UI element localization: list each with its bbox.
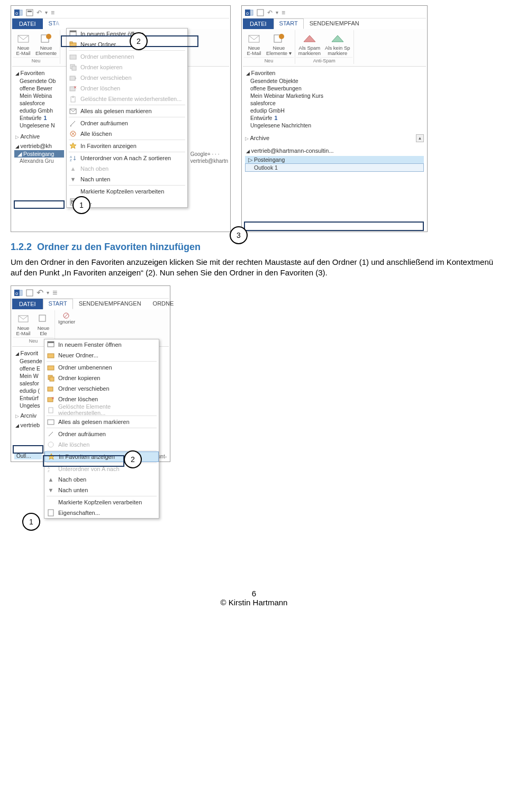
ctx-move-down[interactable]: ▼Nach unten [67, 174, 187, 184]
ctx-move[interactable]: Ordner verschieben [44, 383, 159, 394]
account-header[interactable]: vertrieb@khartmann-consultin... [246, 147, 424, 154]
sidebar-item[interactable]: offene E [14, 365, 42, 372]
sidebar-item[interactable]: edudip ( [14, 387, 42, 394]
sidebar-item[interactable]: Mein Webina [14, 92, 64, 99]
tab-start[interactable]: STA [43, 19, 66, 29]
sidebar-item[interactable]: Entwürfe1 [14, 114, 64, 122]
outlook1-selected[interactable]: Outl… [14, 453, 42, 459]
svg-rect-11 [70, 42, 72, 43]
ribbon-tabs-bottom: DATEI START SENDEN/EMPFANGEN ORDNE [12, 299, 169, 309]
posteingang-selected[interactable]: ▷ Posteingang [245, 156, 424, 163]
sidebar-item[interactable]: offene Bewer [14, 85, 64, 92]
sidebar-item[interactable]: Gesendete Ob [14, 77, 64, 85]
archive-header[interactable]: Archive [15, 133, 64, 140]
ctx-move-up[interactable]: ▲Nach oben [44, 474, 159, 485]
sidebar-item[interactable]: Entwürfe1 [245, 114, 424, 122]
svg-point-59 [48, 442, 53, 447]
ctx-process-headers[interactable]: Markierte Kopfzeilen verarbeiten [67, 186, 187, 197]
sidebar-item[interactable]: Gesende [14, 357, 42, 365]
ctx-show-in-favorites[interactable]: In Favoriten anzeigen [67, 141, 187, 151]
sidebar-item[interactable]: Alexandra Gru [14, 158, 64, 164]
ctx-mark-all-read[interactable]: Alles als gelesen markieren [44, 417, 159, 427]
ribbon-new-email[interactable]: Neue E-Mail [244, 31, 264, 57]
ctx-properties[interactable]: Eigenschaften... [44, 508, 159, 518]
dropdown-icon: ▾ [47, 290, 49, 296]
tab-ordner[interactable]: ORDNE [147, 299, 180, 309]
outlook-icon: o [245, 8, 253, 17]
favorites-header[interactable]: Favoriten [246, 70, 424, 76]
ctx-process-headers[interactable]: Markierte Kopfzeilen verarbeiten [44, 497, 159, 508]
context-menu-bottom[interactable]: In neuem Fenster öffnen Neuer Ordner... … [44, 339, 159, 519]
svg-rect-44 [39, 315, 46, 321]
ribbon-new-items[interactable]: Neue Ele [33, 311, 53, 337]
ctx-open-new-window[interactable]: In neuem Fenster öffnen [44, 339, 159, 350]
favorites-header[interactable]: Favorit [15, 350, 42, 356]
tab-senden[interactable]: SENDEN/EMPFANGEN [73, 299, 147, 309]
tab-datei[interactable]: DATEI [243, 19, 274, 29]
titlebar-bottom: o ↶ ▾ ≡ [12, 287, 169, 299]
archive-header[interactable]: Arcniv [15, 412, 42, 419]
tab-datei[interactable]: DATEI [12, 19, 43, 29]
sidebar-item[interactable]: edudip GmbH [245, 107, 424, 114]
highlight-outlook1 [244, 222, 424, 231]
ctx-clean-up[interactable]: Ordner aufräumen [67, 118, 187, 128]
archive-header[interactable]: Archive [245, 135, 269, 141]
svg-rect-9 [70, 31, 76, 32]
ctx-sort-az: AZUnterordner von A nach [44, 464, 159, 474]
section-number: 1.2.2 [11, 242, 32, 253]
sidebar-item[interactable]: salesfor [14, 380, 42, 387]
ctx-sort-az[interactable]: AZUnterordner von A nach Z sortieren [67, 153, 187, 163]
qat-separator: ≡ [52, 288, 57, 298]
ctx-delete-folder[interactable]: Ordner löschen [44, 394, 159, 404]
sidebar-item[interactable]: salesforce [245, 99, 424, 107]
sidebar-item[interactable]: Ungeles [14, 402, 42, 409]
scroll-up-icon[interactable]: ▲ [416, 134, 424, 142]
ribbon-als-kein-spam[interactable]: Als kein Sp markiere [323, 31, 352, 57]
ctx-move-down[interactable]: ▼Nach unten [44, 485, 159, 495]
sidebar-item[interactable]: salesforce [14, 99, 64, 107]
tab-datei[interactable]: DATEI [12, 299, 43, 309]
sidebar-item[interactable]: Mein W [14, 372, 42, 380]
outlook1-folder[interactable]: Outlook 1 [245, 163, 424, 172]
sidebar-item[interactable]: Ungelesene Nachrichten [245, 122, 424, 129]
ribbon-new-email[interactable]: Neue E-Mail [13, 31, 33, 57]
tab-senden[interactable]: SENDEN/EMPFAN [304, 19, 365, 29]
tab-start[interactable]: START [43, 299, 73, 309]
context-menu-left[interactable]: In neuem Fenster öffnen Neuer Ordner... … [66, 28, 188, 208]
screenshot-left: o ↶ ▾ ≡ DATEI STA Neue E-Mail [11, 5, 231, 232]
ctx-copy: Ordner kopieren [67, 62, 187, 72]
account-header[interactable]: vertrieb [15, 422, 42, 428]
favorites-header[interactable]: Favoriten [15, 70, 64, 76]
ribbon-new-items[interactable]: Neue Elemente [33, 31, 59, 57]
ctx-copy[interactable]: Ordner kopieren [44, 373, 159, 383]
svg-rect-53 [48, 387, 53, 391]
posteingang-selected[interactable]: ◢ Posteingang [14, 150, 64, 158]
sidebar-item[interactable]: Mein Webinar Marketing Kurs [245, 92, 424, 99]
ribbon-als-spam[interactable]: Als Spam markieren [296, 31, 323, 57]
ctx-mark-all-read[interactable]: Alles als gelesen markieren [67, 106, 187, 116]
sidebar-item[interactable]: Gesendete Objekte [245, 77, 424, 85]
svg-text:o: o [246, 11, 249, 16]
sidebar-item[interactable]: Ungelesene N [14, 122, 64, 129]
sidebar-item[interactable]: offene Bewerbungen [245, 85, 424, 92]
ctx-rename[interactable]: Ordner umbenennen [44, 362, 159, 373]
ctx-delete-all[interactable]: Alle löschen [67, 128, 187, 139]
ctx-open-new-window[interactable]: In neuem Fenster öffnen [67, 29, 187, 39]
svg-rect-57 [49, 408, 53, 413]
sidebar-item[interactable]: edudip Gmbh [14, 107, 64, 114]
tab-start[interactable]: START [274, 19, 304, 29]
ribbon-new-email[interactable]: Neue E-Mail [13, 311, 33, 337]
ctx-delete-all: Alle löschen [44, 439, 159, 450]
sidebar-item[interactable]: Entwürf [14, 394, 42, 402]
account-header[interactable]: vertrieb@kh [15, 143, 64, 149]
ctx-new-folder[interactable]: Neuer Ordner... [44, 350, 159, 361]
svg-rect-3 [26, 10, 33, 16]
svg-rect-2 [20, 10, 22, 15]
ctx-clean-up[interactable]: Ordner aufräumen [44, 429, 159, 439]
ribbon-new-items[interactable]: Neue Elemente ▾ [264, 31, 294, 57]
ribbon-group-antispam: Anti-Spam [296, 57, 352, 63]
ctx-new-folder[interactable]: Neuer Ordner... [67, 39, 187, 50]
ctx-restore-deleted: Gelöschte Elemente wiederherstellen... [44, 404, 159, 415]
highlight-posteingang [14, 200, 65, 209]
ribbon-ignorier[interactable]: Ignorier [56, 311, 77, 326]
